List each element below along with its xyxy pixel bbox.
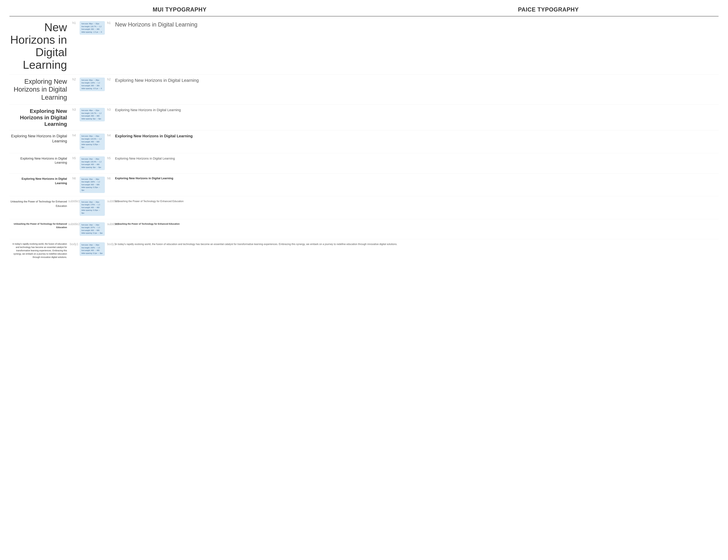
right-label-h3: h3: [106, 108, 115, 111]
right-text-h6: Exploring New Horizons in Digital Learni…: [115, 177, 173, 180]
right-label-h4: h4: [106, 134, 115, 137]
center-info-body1: font-size: 14px → 16px line-height: 150%…: [79, 242, 106, 256]
left-text-body1: In today's rapidly evolving world, the f…: [9, 242, 67, 259]
left-col-h2: Exploring New Horizons in Digital Learni…: [9, 78, 69, 101]
right-label-h5: h5: [106, 156, 115, 160]
left-text-h1: New Horizons in Digital Learning: [9, 21, 67, 71]
center-info-h5: font-size: 24px → 20px line-height: 133.…: [79, 156, 106, 170]
type-row-subtitle1: Unleashing the Power of Technology for E…: [9, 199, 719, 219]
right-label-subtitle2: subtitle2: [106, 222, 115, 226]
right-content-h4: Exploring New Horizons in Digital Learni…: [115, 134, 719, 138]
left-col-h6: Exploring New Horizons in Digital Learni…: [9, 177, 69, 186]
right-header: PAICE Typography: [378, 6, 719, 13]
center-info-h2: font-size: 60px → 28px line-height: 120%…: [79, 78, 106, 91]
right-content-h5: Exploring New Horizons in Digital Learni…: [115, 156, 719, 160]
right-text-subtitle2: Unleashing the Power of Technology for E…: [115, 222, 180, 226]
center-label-subtitle2: subtitle2: [69, 222, 79, 226]
type-row-h4: Exploring New Horizons in Digital Learni…: [9, 134, 719, 153]
right-content-subtitle1: Unleashing the Power of Technology for E…: [115, 199, 719, 203]
type-row-h2: Exploring New Horizons in Digital Learni…: [9, 78, 719, 105]
center-info-h6: font-size: 20px → 18px line-height: 160%…: [79, 177, 106, 193]
center-label-body1: body1: [69, 242, 79, 246]
right-content-subtitle2: Unleashing the Power of Technology for E…: [115, 222, 719, 226]
left-col-subtitle1: Unleashing the Power of Technology for E…: [9, 199, 69, 208]
right-label-h1: h1: [106, 21, 115, 25]
page-container: MUI Typography PAICE Typography New Hori…: [9, 6, 719, 262]
right-text-body1: In today's rapidly evolving world, the f…: [115, 242, 397, 246]
info-box-h1: font-size: 96px → 32px line-height: 116.…: [80, 21, 105, 35]
left-col-body1: In today's rapidly evolving world, the f…: [9, 242, 69, 259]
right-text-subtitle1: Unleashing the Power of Technology for E…: [115, 199, 184, 203]
center-label-h1: h1: [69, 21, 79, 25]
left-col-h1: New Horizons in Digital Learning: [9, 21, 69, 71]
info-box-h2: font-size: 60px → 28px line-height: 120%…: [80, 78, 105, 91]
info-box-body1: font-size: 14px → 16px line-height: 150%…: [80, 242, 105, 256]
left-col-subtitle2: Unleashing the Power of Technology for E…: [9, 222, 69, 229]
info-box-h5: font-size: 24px → 20px line-height: 133.…: [80, 156, 105, 170]
right-content-h3: Exploring New Horizons in Digital Learni…: [115, 108, 719, 112]
right-label-h6: h6: [106, 177, 115, 180]
center-label-h2: h2: [69, 78, 79, 81]
right-label-subtitle1: subtitle1: [106, 199, 115, 203]
center-label-h5: h5: [69, 156, 79, 160]
type-row-h1: New Horizons in Digital Learningh1font-s…: [9, 21, 719, 74]
left-text-h2: Exploring New Horizons in Digital Learni…: [9, 78, 67, 101]
left-header: MUI Typography: [9, 6, 350, 13]
right-content-h1: New Horizons in Digital Learning: [115, 21, 719, 28]
center-label-h6: h6: [69, 177, 79, 180]
page-header: MUI Typography PAICE Typography: [9, 6, 719, 13]
info-box-subtitle2: font-size: 14px → 14px line-height: 157%…: [80, 222, 105, 236]
right-label-body1: body1: [106, 242, 115, 246]
left-text-subtitle2: Unleashing the Power of Technology for E…: [9, 222, 67, 229]
left-col-h3: Exploring New Horizons in Digital Learni…: [9, 108, 69, 127]
center-info-h1: font-size: 96px → 32px line-height: 116.…: [79, 21, 106, 35]
right-content-h2: Exploring New Horizons in Digital Learni…: [115, 78, 719, 83]
center-info-h4: font-size: 34px → 24px line-height: 123.…: [79, 134, 106, 150]
center-info-h3: font-size: 48px → 22px line-height: 116.…: [79, 108, 106, 121]
right-text-h2: Exploring New Horizons in Digital Learni…: [115, 78, 199, 83]
center-info-subtitle2: font-size: 14px → 14px line-height: 157%…: [79, 222, 106, 236]
center-info-subtitle1: font-size: 16px → 16px line-height: 175%…: [79, 199, 106, 216]
left-text-h6: Exploring New Horizons in Digital Learni…: [9, 177, 67, 186]
right-content-body1: In today's rapidly evolving world, the f…: [115, 242, 719, 246]
rows-container: New Horizons in Digital Learningh1font-s…: [9, 21, 719, 262]
info-box-h4: font-size: 34px → 24px line-height: 123.…: [80, 134, 105, 150]
left-text-subtitle1: Unleashing the Power of Technology for E…: [9, 199, 67, 208]
left-col-h4: Exploring New Horizons in Digital Learni…: [9, 134, 69, 143]
type-row-subtitle2: Unleashing the Power of Technology for E…: [9, 222, 719, 239]
left-text-h3: Exploring New Horizons in Digital Learni…: [9, 108, 67, 127]
left-col-h5: Exploring New Horizons in Digital Learni…: [9, 156, 69, 165]
left-text-h4: Exploring New Horizons in Digital Learni…: [9, 134, 67, 143]
left-text-h5: Exploring New Horizons in Digital Learni…: [9, 156, 67, 165]
right-text-h3: Exploring New Horizons in Digital Learni…: [115, 108, 181, 112]
center-label-h4: h4: [69, 134, 79, 137]
type-row-h6: Exploring New Horizons in Digital Learni…: [9, 177, 719, 196]
info-box-h3: font-size: 48px → 22px line-height: 116.…: [80, 108, 105, 121]
right-text-h4: Exploring New Horizons in Digital Learni…: [115, 134, 193, 138]
right-text-h1: New Horizons in Digital Learning: [115, 21, 197, 28]
right-text-h5: Exploring New Horizons in Digital Learni…: [115, 156, 175, 160]
center-label-subtitle1: subtitle1: [69, 199, 79, 203]
right-content-h6: Exploring New Horizons in Digital Learni…: [115, 177, 719, 180]
type-row-h3: Exploring New Horizons in Digital Learni…: [9, 108, 719, 130]
info-box-h6: font-size: 20px → 18px line-height: 160%…: [80, 177, 105, 193]
header-divider: [9, 16, 719, 16]
type-row-body1: In today's rapidly evolving world, the f…: [9, 242, 719, 262]
right-label-h2: h2: [106, 78, 115, 81]
center-label-h3: h3: [69, 108, 79, 111]
type-row-h5: Exploring New Horizons in Digital Learni…: [9, 156, 719, 173]
info-box-subtitle1: font-size: 16px → 16px line-height: 175%…: [80, 199, 105, 216]
